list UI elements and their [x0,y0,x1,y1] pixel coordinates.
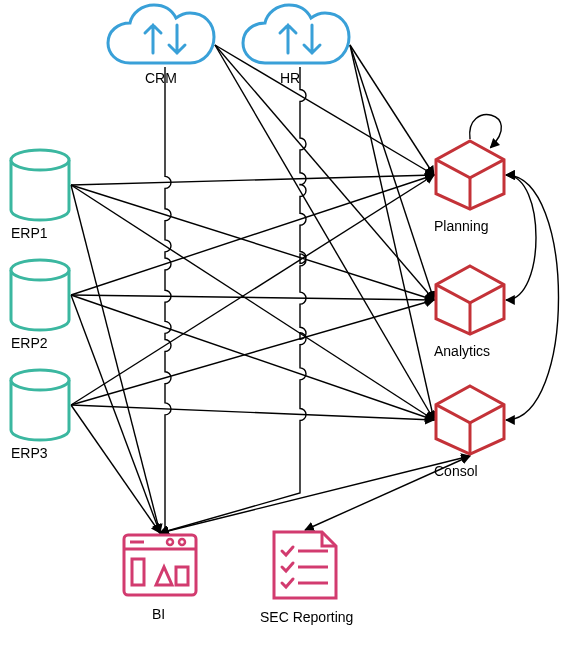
cylinder-top-icon [11,370,69,390]
edge-erp2-to-bi [71,295,160,533]
node-analytics: Analytics [434,266,504,359]
node-label: SEC Reporting [260,609,353,625]
edge-erp3-to-consol [71,405,434,420]
node-label: BI [152,606,165,622]
checklist-icon [274,532,336,598]
node-label: ERP1 [11,225,48,241]
edge-erp2-to-analytics [71,295,434,300]
edge-hr-to-consol [350,45,434,420]
edge-crm-to-consol [215,45,434,420]
cylinder-top-icon [11,150,69,170]
edge-erp2-to-planning [71,175,434,295]
edge-erp1-to-analytics [71,185,434,300]
edge-hr-to-planning [350,45,434,175]
node-hr: HR [243,5,349,86]
node-label: Planning [434,218,489,234]
edge-planning-to-consol [506,175,559,420]
edge-erp3-to-bi [71,405,160,533]
cylinder-top-icon [11,260,69,280]
edge-erp1-to-bi [71,185,160,533]
node-erp3: ERP3 [11,370,69,461]
node-planning: Planning [434,141,504,234]
node-label: ERP2 [11,335,48,351]
node-consol: Consol [434,386,504,479]
node-crm: CRM [108,5,214,86]
edge-erp2-to-consol [71,295,434,420]
node-label: Analytics [434,343,490,359]
edge-crm-to-bi [160,67,171,533]
edge-consol-to-bi [160,456,470,533]
node-label: CRM [145,70,177,86]
node-label: HR [280,70,300,86]
edge-hr-to-analytics [350,45,434,300]
node-label: Consol [434,463,478,479]
node-bi: BI [124,535,196,622]
node-label: ERP3 [11,445,48,461]
node-erp2: ERP2 [11,260,69,351]
edge-hr-to-bi [160,67,306,533]
edge-planning-to-analytics [506,175,536,300]
node-erp1: ERP1 [11,150,69,241]
node-sec: SEC Reporting [260,532,353,625]
edge-erp3-to-analytics [71,300,434,405]
edge-erp1-to-consol [71,185,434,420]
edge-erp3-to-planning [71,175,434,405]
edge-crm-to-analytics [215,45,434,300]
